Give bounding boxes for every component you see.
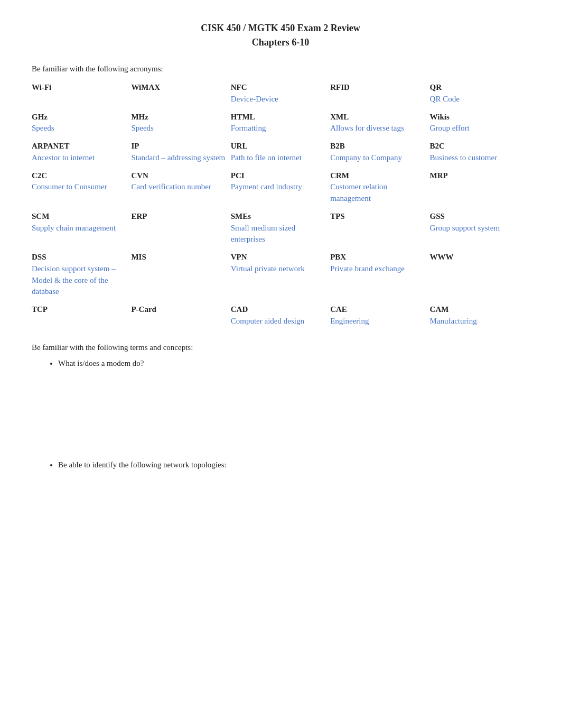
acronym-term-2-3: B2B: [330, 141, 425, 152]
acronym-def-6-3: Engineering: [330, 316, 425, 327]
acronym-cell-4-2: SMEsSmall medium sized enterprises: [231, 208, 330, 248]
acronym-cell-0-4: QRQR Code: [430, 79, 529, 108]
acronym-cell-5-2: VPNVirtual private network: [231, 248, 330, 301]
acronym-term-4-4: GSS: [430, 211, 525, 223]
acronyms-intro: Be familiar with the following acronyms:: [32, 64, 529, 73]
acronym-def-1-3: Allows for diverse tags: [330, 123, 425, 134]
acronym-def-3-0: Consumer to Consumer: [32, 181, 127, 193]
acronym-cell-6-1: P-Card: [131, 301, 230, 330]
acronym-term-0-4: QR: [430, 82, 525, 94]
acronym-def-4-4: Group support system: [430, 223, 525, 234]
acronym-def-1-4: Group effort: [430, 123, 525, 134]
acronym-term-4-2: SMEs: [231, 211, 326, 223]
acronyms-table: Wi-FiWiMAXNFCDevice-DeviceRFIDQRQR CodeG…: [32, 79, 529, 330]
acronym-cell-3-4: MRP: [430, 167, 529, 208]
acronym-cell-4-3: TPS: [330, 208, 429, 248]
acronym-term-3-0: C2C: [32, 170, 127, 182]
acronym-term-6-2: CAD: [231, 304, 326, 316]
acronym-cell-2-2: URLPath to file on internet: [231, 137, 330, 167]
acronym-def-5-2: Virtual private network: [231, 263, 326, 275]
acronym-term-1-4: Wikis: [430, 112, 525, 123]
acronym-def-4-2: Small medium sized enterprises: [231, 223, 326, 246]
acronym-cell-0-2: NFCDevice-Device: [231, 79, 330, 108]
acronym-term-2-0: ARPANET: [32, 141, 127, 152]
acronym-cell-0-1: WiMAX: [131, 79, 230, 108]
acronym-cell-6-3: CAEEngineering: [330, 301, 429, 330]
acronym-cell-4-1: ERP: [131, 208, 230, 248]
acronym-term-0-2: NFC: [231, 82, 326, 94]
acronym-term-0-3: RFID: [330, 82, 425, 94]
acronym-term-0-0: Wi-Fi: [32, 82, 127, 94]
acronym-term-2-4: B2C: [430, 141, 525, 152]
bullet-list: What is/does a modem do?: [32, 357, 529, 370]
terms-intro: Be familiar with the following terms and…: [32, 343, 529, 352]
acronym-def-4-0: Supply chain management: [32, 223, 127, 234]
acronym-term-5-4: WWW: [430, 252, 525, 263]
acronym-term-1-2: HTML: [231, 112, 326, 123]
acronym-cell-4-4: GSSGroup support system: [430, 208, 529, 248]
acronym-cell-1-3: XMLAllows for diverse tags: [330, 108, 429, 138]
acronym-def-6-2: Computer aided design: [231, 316, 326, 327]
acronym-term-3-4: MRP: [430, 170, 525, 182]
acronym-cell-5-3: PBXPrivate brand exchange: [330, 248, 429, 301]
acronym-term-1-3: XML: [330, 112, 425, 123]
bullet-item-1: What is/does a modem do?: [58, 357, 529, 370]
acronym-term-5-3: PBX: [330, 252, 425, 263]
acronym-cell-6-0: TCP: [32, 301, 131, 330]
acronym-cell-1-2: HTMLFormatting: [231, 108, 330, 138]
acronym-cell-0-0: Wi-Fi: [32, 79, 131, 108]
acronym-term-4-3: TPS: [330, 211, 425, 223]
acronym-def-3-1: Card verification number: [131, 181, 226, 193]
acronym-def-0-4: QR Code: [430, 94, 525, 105]
acronym-def-2-4: Business to customer: [430, 152, 525, 164]
acronym-term-5-1: MIS: [131, 252, 226, 263]
acronym-def-0-2: Device-Device: [231, 94, 326, 105]
acronym-term-4-0: SCM: [32, 211, 127, 223]
acronym-term-5-2: VPN: [231, 252, 326, 263]
acronym-cell-3-2: PCIPayment card industry: [231, 167, 330, 208]
acronym-def-5-0: Decision support system – Model & the co…: [32, 263, 127, 298]
acronym-term-0-1: WiMAX: [131, 82, 226, 94]
acronym-def-2-1: Standard – addressing system: [131, 152, 226, 164]
acronym-term-2-2: URL: [231, 141, 326, 152]
acronym-def-2-0: Ancestor to internet: [32, 152, 127, 164]
acronym-def-1-0: Speeds: [32, 123, 127, 134]
acronym-term-3-2: PCI: [231, 170, 326, 182]
acronym-def-5-3: Private brand exchange: [330, 263, 425, 275]
acronym-cell-2-1: IPStandard – addressing system: [131, 137, 230, 167]
acronym-term-3-3: CRM: [330, 170, 425, 182]
acronym-term-5-0: DSS: [32, 252, 127, 263]
acronym-term-6-1: P-Card: [131, 304, 226, 316]
acronym-cell-6-4: CAMManufacturing: [430, 301, 529, 330]
acronym-cell-5-1: MIS: [131, 248, 230, 301]
acronym-cell-2-4: B2CBusiness to customer: [430, 137, 529, 167]
acronym-cell-6-2: CADComputer aided design: [231, 301, 330, 330]
acronym-cell-2-0: ARPANETAncestor to internet: [32, 137, 131, 167]
acronym-cell-4-0: SCMSupply chain management: [32, 208, 131, 248]
acronym-cell-2-3: B2BCompany to Company: [330, 137, 429, 167]
acronym-def-2-2: Path to file on internet: [231, 152, 326, 164]
acronym-cell-3-3: CRMCustomer relation management: [330, 167, 429, 208]
acronym-term-1-0: GHz: [32, 112, 127, 123]
acronym-term-6-4: CAM: [430, 304, 525, 316]
acronym-term-6-3: CAE: [330, 304, 425, 316]
acronym-def-2-3: Company to Company: [330, 152, 425, 164]
acronym-cell-1-1: MHzSpeeds: [131, 108, 230, 138]
acronym-def-3-3: Customer relation management: [330, 181, 425, 205]
acronym-cell-1-0: GHzSpeeds: [32, 108, 131, 138]
acronym-cell-3-1: CVNCard verification number: [131, 167, 230, 208]
acronym-def-6-4: Manufacturing: [430, 316, 525, 327]
acronym-cell-3-0: C2CConsumer to Consumer: [32, 167, 131, 208]
acronym-def-1-2: Formatting: [231, 123, 326, 134]
bullet-item-2: Be able to identify the following networ…: [58, 459, 529, 471]
acronym-def-3-2: Payment card industry: [231, 181, 326, 193]
acronym-term-2-1: IP: [131, 141, 226, 152]
acronym-term-1-1: MHz: [131, 112, 226, 123]
acronym-term-4-1: ERP: [131, 211, 226, 223]
acronym-cell-0-3: RFID: [330, 79, 429, 108]
acronym-term-6-0: TCP: [32, 304, 127, 316]
acronym-cell-5-0: DSSDecision support system – Model & the…: [32, 248, 131, 301]
acronym-term-3-1: CVN: [131, 170, 226, 182]
acronym-def-1-1: Speeds: [131, 123, 226, 134]
bullet-list-2: Be able to identify the following networ…: [32, 459, 529, 471]
